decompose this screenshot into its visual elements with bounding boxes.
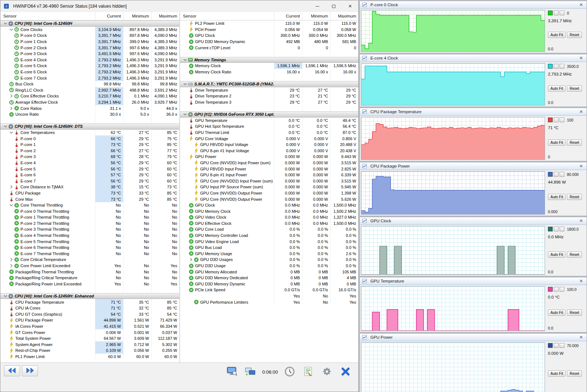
sensor-row[interactable]: CPU GT Cores (Graphics)54 °C33 °C54 °C xyxy=(0,311,179,318)
graph-plot-area[interactable] xyxy=(361,171,545,215)
clock-button[interactable] xyxy=(283,365,297,378)
sensor-row[interactable]: GPU Core (NVVDD) Output Power0.000 W0.00… xyxy=(180,190,358,196)
sensor-row[interactable]: Core Effective Clocks3,210.7 MHz0.1 MHz4… xyxy=(0,93,179,99)
reset-button[interactable]: Reset xyxy=(567,310,582,316)
sensor-section-row[interactable]: CPU [#0]: Intel Core i5-12450H xyxy=(0,20,179,27)
reset-button[interactable]: Reset xyxy=(567,85,582,92)
expand-arrow-icon[interactable] xyxy=(9,203,14,207)
sensor-row[interactable]: GPU Clock300.0 MHz300.0 MHz300.0 MHz xyxy=(180,32,358,39)
reset-button[interactable]: Reset xyxy=(567,32,582,38)
graph-close-icon[interactable]: ✕ xyxy=(578,55,584,61)
graph-close-icon[interactable]: ✕ xyxy=(578,218,584,223)
sensor-row[interactable]: Memory Clock1,596.1 MHz1,596.1 MHz1,596.… xyxy=(180,63,358,69)
sensor-row[interactable]: P-core 0 Thermal ThrottlingNoNoNo xyxy=(0,208,179,214)
sensor-row[interactable]: CPU IA Cores71 °C32 °C85 °C xyxy=(0,305,179,311)
sensor-row[interactable]: YesNoYes xyxy=(180,293,358,299)
sensor-section-row[interactable]: Memory Timings xyxy=(180,57,358,63)
sensor-row[interactable]: GPU Thermal Limit0.0 °C0.0 °C87.0 °C xyxy=(180,130,358,136)
sensor-row[interactable]: GPU D3D Memory Dynamic0 MB0 MB0 MB xyxy=(180,281,358,287)
swatch-button[interactable] xyxy=(554,287,559,292)
sensor-row[interactable]: Core Thermal ThrottlingNoNoNo xyxy=(0,202,179,208)
sensor-row[interactable]: P-core 1 Thermal ThrottlingNoNoNo xyxy=(0,214,179,220)
graph-close-icon[interactable]: ✕ xyxy=(578,164,584,169)
swatch-button[interactable] xyxy=(560,11,564,15)
sensor-row[interactable]: E-core 7 Thermal ThrottlingNoNoNo xyxy=(0,251,179,257)
swatch-button[interactable] xyxy=(560,64,564,69)
expand-arrow-icon[interactable] xyxy=(3,21,8,26)
sensor-row[interactable]: CPU Package Temperature71 °C35 °C85 °C xyxy=(0,299,179,305)
report-button[interactable] xyxy=(301,365,315,378)
column-header-sensor[interactable]: Sensor xyxy=(180,12,274,20)
series-color-swatch[interactable] xyxy=(548,287,553,292)
sensor-row[interactable]: GPU Performance LimitersYesNoYes xyxy=(180,299,358,305)
sensor-row[interactable]: P-core 3 Clock3,491.5 MHz997.6 MHz4,090.… xyxy=(0,51,179,57)
expand-arrow-icon[interactable] xyxy=(9,27,14,32)
expand-arrow-icon[interactable] xyxy=(9,94,14,98)
graph-plot-area[interactable] xyxy=(361,10,545,52)
series-color-swatch[interactable] xyxy=(548,118,553,122)
swatch-button[interactable] xyxy=(560,343,564,348)
sensor-row[interactable]: GPU Memory Clock0.0 MHz0.0 MHz1,500.2 MH… xyxy=(180,208,358,214)
sensor-row[interactable]: GPU Bus Load0.0 %0.0 %0.0 % xyxy=(180,245,358,251)
swatch-button[interactable] xyxy=(560,287,564,292)
sensor-row[interactable]: Package/Ring Thermal ThrottlingNoNoNo xyxy=(0,269,179,275)
settings-gear-button[interactable] xyxy=(320,365,334,378)
sensor-row[interactable]: E-core 5 Clock2,793.2 MHz1,496.3 MHz3,29… xyxy=(0,63,179,69)
sensor-row[interactable]: PL1 Power Limit60.0 W60.0 W60.0 W xyxy=(0,354,179,360)
sensor-row[interactable]: Core Critical Temperature xyxy=(0,257,179,263)
series-color-swatch[interactable] xyxy=(548,172,553,177)
sensor-section-row[interactable]: GPU [#1]: NVIDIA GeForce RTX 3050 Lapt..… xyxy=(180,111,358,118)
sensor-row[interactable]: E-core 5 Thermal ThrottlingNoNoNo xyxy=(0,238,179,245)
graph-plot-area[interactable] xyxy=(361,342,545,392)
auto-fit-button[interactable]: Auto Fit xyxy=(548,32,565,38)
series-color-swatch[interactable] xyxy=(548,64,553,69)
swatch-button[interactable] xyxy=(554,172,559,177)
swatch-button[interactable] xyxy=(554,227,559,231)
auto-fit-button[interactable]: Auto Fit xyxy=(548,370,565,377)
sensor-row[interactable]: Drive Temperature29 °C27 °C29 °C xyxy=(180,87,358,93)
sensor-row[interactable]: GPU Hot Spot Temperature0.0 °C0.0 °C56.4… xyxy=(180,123,358,130)
sensor-row[interactable]: E-core 556 °C29 °C60 °C xyxy=(0,166,179,172)
sensor-row[interactable]: GPU D3D Memory Dynamic492 MB480 MB581 MB xyxy=(180,39,358,45)
sensor-row[interactable]: E-core 7 Clock2,793.2 MHz1,496.3 MHz3,29… xyxy=(0,75,179,81)
sensor-row[interactable]: GPU Video Engine Load0.0 %0.0 %0.0 % xyxy=(180,238,358,245)
column-header-current[interactable]: Current xyxy=(95,12,123,20)
sensor-row[interactable]: GPU Temperature0.0 °C0.0 °C49.4 °C xyxy=(180,118,358,124)
sensor-row[interactable]: GPU 8-pin #1 Input Power0.000 W0.000 W6.… xyxy=(180,172,358,178)
graph-titlebar[interactable]: CPU Package Power✕ xyxy=(360,162,587,170)
expand-arrow-icon[interactable] xyxy=(183,82,188,86)
column-header-maximum[interactable]: Maximum xyxy=(330,12,358,20)
sensor-row[interactable]: E-core 756 °C29 °C60 °C xyxy=(0,178,179,184)
sensor-row[interactable]: PCH Power0.056 W0.054 W0.058 W xyxy=(180,27,358,33)
reset-button[interactable]: Reset xyxy=(567,139,582,146)
close-button[interactable]: ✕ xyxy=(342,0,358,12)
expand-arrow-icon[interactable] xyxy=(9,185,14,189)
expand-arrow-icon[interactable] xyxy=(183,58,188,62)
sensor-row[interactable]: Bus Clock99.8 MHz99.8 MHz99.8 MHz xyxy=(0,81,179,87)
sensor-row[interactable]: GPU Core (NVVDD) Input Power (sum)0.000 … xyxy=(180,160,358,166)
sensor-row[interactable]: Core Max73 °C29 °C85 °C xyxy=(0,196,179,202)
column-header-minimum[interactable]: Minimum xyxy=(302,12,330,20)
sensor-row[interactable]: Uncore Ratio30.0 x5.0 x36.0 x xyxy=(0,111,179,118)
nav-forward-button[interactable] xyxy=(22,365,38,376)
sensor-row[interactable]: GPU Core (NVVDD) Output Power0.000 W0.00… xyxy=(180,196,358,202)
sensor-row[interactable]: P-core 2 Clock3,391.7 MHz997.6 MHz4,389.… xyxy=(0,45,179,51)
graph-plot-area[interactable] xyxy=(361,63,545,105)
sensor-panels-button[interactable] xyxy=(244,365,258,378)
graph-titlebar[interactable]: GPU Power✕ xyxy=(360,334,587,341)
swatch-button[interactable] xyxy=(554,64,559,69)
graph-titlebar[interactable]: GPU Temperature✕ xyxy=(360,277,587,285)
sensor-row[interactable]: Core Distance to TjMAX38 °C15 °C73 °C xyxy=(0,184,179,190)
sensor-row[interactable]: Memory Clock Ratio16.00 x16.00 x16.00 x xyxy=(180,69,358,75)
sensor-row[interactable]: Ring/LLC Clock2,992.7 MHz498.8 MHz3,591.… xyxy=(0,87,179,93)
graph-titlebar[interactable]: E-core 4 Clock✕ xyxy=(360,54,587,62)
sensor-row[interactable]: GPU Clock0.0 MHz0.0 MHz1,500.0 MHz xyxy=(180,202,358,208)
swatch-button[interactable] xyxy=(560,118,564,122)
sensor-row[interactable]: GPU D3D Usages0.0 %0.0 %0.0 % xyxy=(180,257,358,263)
sensor-section-row[interactable]: CPU [#0]: Intel Core i5-12450H: Enhanced xyxy=(0,293,179,299)
sensor-row[interactable]: GPU Core Voltage0.000 V0.000 V0.806 V xyxy=(180,135,358,142)
system-summary-button[interactable] xyxy=(225,365,239,378)
graph-close-icon[interactable]: ✕ xyxy=(578,2,584,7)
sensor-row[interactable]: GPU Power0.000 W0.000 W9.443 W xyxy=(180,154,358,160)
sensor-row[interactable]: GPU 8-pin #1 Input Voltage0.000 V0.000 V… xyxy=(180,147,358,154)
